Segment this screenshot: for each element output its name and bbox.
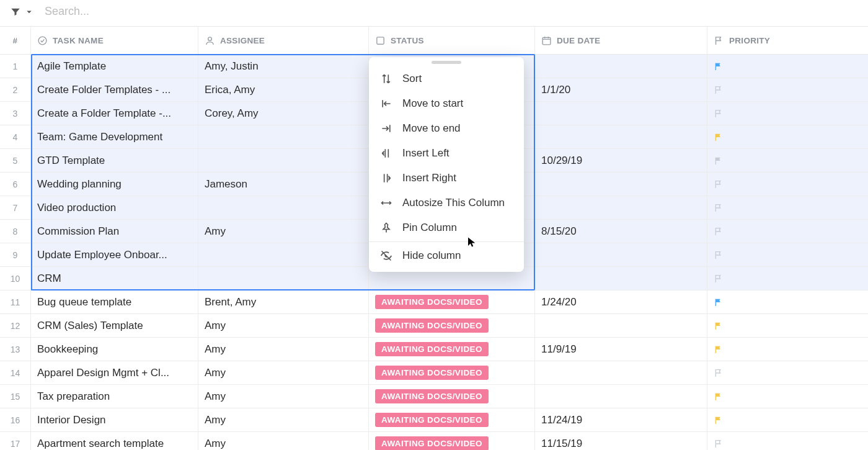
cell-assignee[interactable] bbox=[198, 243, 369, 267]
cell-task-name[interactable]: CRM bbox=[31, 267, 198, 290]
cell-task-name[interactable]: Update Employee Onboar... bbox=[31, 243, 198, 267]
table-row[interactable]: 13BookkeepingAmyAWAITING DOCS/VIDEO11/9/… bbox=[0, 338, 868, 361]
cell-priority[interactable] bbox=[707, 78, 868, 102]
cell-task-name[interactable]: Create Folder Templates - ... bbox=[31, 78, 198, 102]
cell-priority[interactable] bbox=[707, 338, 868, 361]
menu-hide[interactable]: Hide column bbox=[369, 243, 524, 268]
table-row[interactable]: 15Tax preparationAmyAWAITING DOCS/VIDEO bbox=[0, 385, 868, 408]
table-row[interactable]: 17Apartment search templateAmyAWAITING D… bbox=[0, 432, 868, 450]
cell-assignee[interactable]: Amy bbox=[198, 220, 369, 243]
cell-due-date[interactable]: 11/15/19 bbox=[535, 432, 707, 450]
cell-status[interactable]: AWAITING DOCS/VIDEO bbox=[369, 361, 535, 385]
cell-assignee[interactable]: Amy bbox=[198, 361, 369, 385]
table-row[interactable]: 14Apparel Design Mgmt + Cl...AmyAWAITING… bbox=[0, 361, 868, 385]
cell-priority[interactable] bbox=[707, 408, 868, 432]
search-input[interactable] bbox=[38, 1, 286, 22]
menu-move-end[interactable]: Move to end bbox=[369, 116, 524, 141]
menu-autosize[interactable]: Autosize This Column bbox=[369, 191, 524, 215]
cell-due-date[interactable]: 1/1/20 bbox=[535, 78, 707, 102]
cell-task-name[interactable]: Wedding planning bbox=[31, 173, 198, 196]
table-row[interactable]: 11Bug queue templateBrent, AmyAWAITING D… bbox=[0, 290, 868, 314]
cell-status[interactable]: AWAITING DOCS/VIDEO bbox=[369, 338, 535, 361]
cell-priority[interactable] bbox=[707, 196, 868, 220]
cell-due-date[interactable] bbox=[535, 267, 707, 290]
cell-due-date[interactable]: 11/9/19 bbox=[535, 338, 707, 361]
cell-due-date[interactable] bbox=[535, 361, 707, 385]
cell-due-date[interactable] bbox=[535, 314, 707, 338]
cell-status[interactable]: AWAITING DOCS/VIDEO bbox=[369, 314, 535, 338]
cell-task-name[interactable]: Interior Design bbox=[31, 408, 198, 432]
cell-assignee[interactable] bbox=[198, 149, 369, 173]
cell-priority[interactable] bbox=[707, 361, 868, 385]
cell-priority[interactable] bbox=[707, 125, 868, 149]
caret-down-icon bbox=[24, 6, 35, 17]
cell-task-name[interactable]: Bug queue template bbox=[31, 290, 198, 314]
menu-pin[interactable]: Pin Column bbox=[369, 215, 524, 240]
cell-priority[interactable] bbox=[707, 267, 868, 290]
menu-sort[interactable]: Sort bbox=[369, 66, 524, 91]
cell-due-date[interactable] bbox=[535, 125, 707, 149]
cell-due-date[interactable] bbox=[535, 173, 707, 196]
cell-priority[interactable] bbox=[707, 385, 868, 408]
cell-priority[interactable] bbox=[707, 102, 868, 125]
cell-task-name[interactable]: Create a Folder Template -... bbox=[31, 102, 198, 125]
cell-status[interactable]: AWAITING DOCS/VIDEO bbox=[369, 432, 535, 450]
cell-priority[interactable] bbox=[707, 243, 868, 267]
cell-assignee[interactable]: Brent, Amy bbox=[198, 290, 369, 314]
cell-task-name[interactable]: Team: Game Development bbox=[31, 125, 198, 149]
cell-due-date[interactable] bbox=[535, 55, 707, 78]
cell-priority[interactable] bbox=[707, 220, 868, 243]
cell-task-name[interactable]: Apparel Design Mgmt + Cl... bbox=[31, 361, 198, 385]
cell-task-name[interactable]: Agile Template bbox=[31, 55, 198, 78]
menu-insert-left[interactable]: Insert Left bbox=[369, 141, 524, 166]
cell-task-name[interactable]: Tax preparation bbox=[31, 385, 198, 408]
cell-task-name[interactable]: GTD Template bbox=[31, 149, 198, 173]
filter-button[interactable] bbox=[6, 4, 38, 20]
cell-due-date[interactable]: 10/29/19 bbox=[535, 149, 707, 173]
cell-due-date[interactable]: 11/24/19 bbox=[535, 408, 707, 432]
cell-status[interactable]: AWAITING DOCS/VIDEO bbox=[369, 385, 535, 408]
cell-assignee[interactable]: Amy bbox=[198, 432, 369, 450]
cell-priority[interactable] bbox=[707, 432, 868, 450]
cell-priority[interactable] bbox=[707, 290, 868, 314]
cell-status[interactable]: AWAITING DOCS/VIDEO bbox=[369, 290, 535, 314]
cell-assignee[interactable]: Amy bbox=[198, 385, 369, 408]
header-priority[interactable]: PRIORITY bbox=[707, 27, 868, 55]
cell-due-date[interactable]: 1/24/20 bbox=[535, 290, 707, 314]
header-assignee[interactable]: ASSIGNEE bbox=[198, 27, 369, 55]
cell-priority[interactable] bbox=[707, 314, 868, 338]
cell-task-name[interactable]: Video production bbox=[31, 196, 198, 220]
cell-assignee[interactable] bbox=[198, 267, 369, 290]
header-due-date[interactable]: DUE DATE bbox=[535, 27, 707, 55]
cell-assignee[interactable]: Amy, Justin bbox=[198, 55, 369, 78]
cell-due-date[interactable] bbox=[535, 196, 707, 220]
header-task-name[interactable]: TASK NAME bbox=[31, 27, 198, 55]
cell-assignee[interactable] bbox=[198, 125, 369, 149]
cell-assignee[interactable]: Erica, Amy bbox=[198, 78, 369, 102]
cell-task-name[interactable]: Bookkeeping bbox=[31, 338, 198, 361]
cell-due-date[interactable]: 8/15/20 bbox=[535, 220, 707, 243]
cell-task-name[interactable]: CRM (Sales) Template bbox=[31, 314, 198, 338]
cell-task-name[interactable]: Apartment search template bbox=[31, 432, 198, 450]
cell-assignee[interactable]: Amy bbox=[198, 314, 369, 338]
header-number[interactable]: # bbox=[0, 27, 31, 55]
cell-assignee[interactable]: Corey, Amy bbox=[198, 102, 369, 125]
menu-insert-right[interactable]: Insert Right bbox=[369, 166, 524, 191]
cell-due-date[interactable] bbox=[535, 102, 707, 125]
cell-assignee[interactable]: Amy bbox=[198, 408, 369, 432]
cell-assignee[interactable] bbox=[198, 196, 369, 220]
cell-due-date[interactable] bbox=[535, 243, 707, 267]
menu-move-start[interactable]: Move to start bbox=[369, 91, 524, 116]
table-row[interactable]: 16Interior DesignAmyAWAITING DOCS/VIDEO1… bbox=[0, 408, 868, 432]
cell-priority[interactable] bbox=[707, 173, 868, 196]
cell-priority[interactable] bbox=[707, 149, 868, 173]
cell-status[interactable]: AWAITING DOCS/VIDEO bbox=[369, 408, 535, 432]
cell-assignee[interactable]: Amy bbox=[198, 338, 369, 361]
cell-due-date[interactable] bbox=[535, 385, 707, 408]
cell-task-name[interactable]: Commission Plan bbox=[31, 220, 198, 243]
header-status[interactable]: STATUS bbox=[369, 27, 535, 55]
cell-priority[interactable] bbox=[707, 55, 868, 78]
cell-assignee[interactable]: Jameson bbox=[198, 173, 369, 196]
drag-handle[interactable] bbox=[432, 61, 461, 64]
table-row[interactable]: 12CRM (Sales) TemplateAmyAWAITING DOCS/V… bbox=[0, 314, 868, 338]
